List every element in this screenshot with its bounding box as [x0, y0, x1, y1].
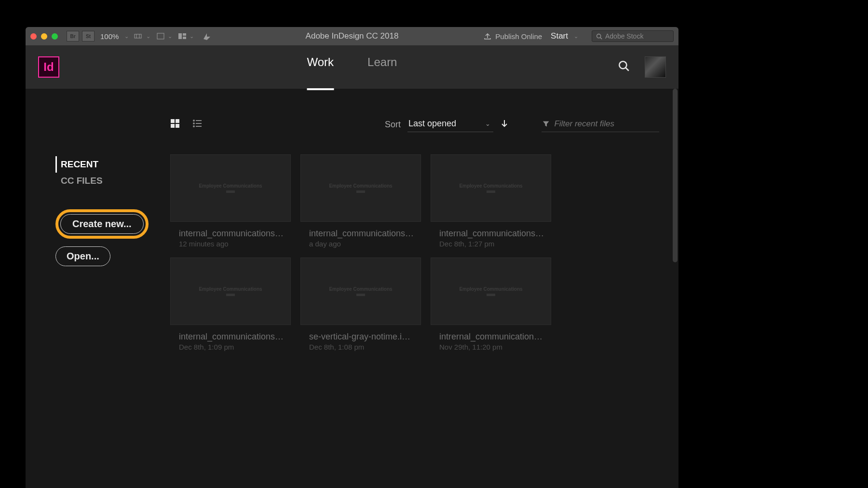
indesign-logo: Id [38, 56, 59, 78]
bridge-tile[interactable]: Br [67, 31, 79, 41]
thumb-title: Employee Communications [199, 286, 262, 292]
svg-rect-20 [196, 126, 202, 127]
tab-work[interactable]: Work [307, 55, 334, 90]
user-avatar[interactable] [645, 56, 666, 78]
filter-icon [542, 120, 549, 128]
chevron-down-icon: ⌄ [485, 120, 490, 127]
thumb-title: Employee Communications [329, 183, 392, 189]
file-name: internal_communications… [179, 229, 285, 239]
file-name: internal_communications… [179, 332, 285, 342]
publish-online-label: Publish Online [495, 32, 542, 41]
file-thumbnail: Employee Communications [431, 154, 551, 222]
create-new-button[interactable]: Create new... [60, 214, 144, 234]
workspace-drop-icon: ⌄ [574, 33, 578, 40]
file-card[interactable]: Employee Communicationsse-vertical-gray-… [300, 258, 421, 351]
file-card[interactable]: Employee Communicationsintrernal_communi… [431, 258, 551, 351]
svg-point-17 [193, 122, 195, 124]
svg-rect-6 [183, 37, 186, 39]
arrange-icon[interactable] [177, 33, 188, 40]
mac-titlebar: Br St 100% ⌄ ⌄ ⌄ ⌄ Adobe InDesign CC 201… [26, 27, 678, 45]
tab-learn[interactable]: Learn [367, 55, 397, 79]
svg-rect-11 [171, 119, 175, 123]
thumb-title: Employee Communications [329, 286, 392, 292]
content-toolbar: Sort Last opened ⌄ [170, 117, 659, 132]
file-date: Nov 29th, 11:20 pm [439, 343, 551, 351]
svg-rect-14 [176, 124, 179, 128]
file-card[interactable]: Employee Communicationsinternal_communic… [431, 154, 551, 248]
maximize-window-dot[interactable] [52, 33, 58, 40]
content-area: Sort Last opened ⌄ Employee Communicatio… [170, 89, 678, 488]
publish-online-button[interactable]: Publish Online [484, 32, 542, 41]
thumb-subline [356, 294, 365, 296]
app-window: Br St 100% ⌄ ⌄ ⌄ ⌄ Adobe InDesign CC 201… [26, 27, 678, 488]
main-area: RECENT CC FILES Create new... Open... [26, 89, 678, 488]
thumb-title: Employee Communications [199, 183, 262, 189]
thumb-subline [487, 294, 495, 296]
file-card[interactable]: Employee Communicationsinternal_communic… [170, 154, 291, 248]
svg-rect-5 [183, 33, 186, 36]
svg-line-8 [600, 37, 602, 39]
svg-point-19 [193, 125, 195, 127]
file-name: intrernal_communications… [439, 332, 545, 342]
svg-rect-18 [196, 123, 202, 124]
thumb-subline [226, 294, 235, 296]
open-button[interactable]: Open... [55, 246, 110, 266]
file-card[interactable]: Employee Communicationsinternal_communic… [300, 154, 421, 248]
frame-fit-drop-icon[interactable]: ⌄ [168, 33, 172, 40]
arrange-drop-icon[interactable]: ⌄ [190, 33, 194, 40]
adobe-stock-search[interactable]: Adobe Stock [592, 30, 674, 42]
thumb-subline [487, 190, 495, 193]
thumb-subline [226, 190, 235, 193]
file-thumbnail: Employee Communications [170, 258, 291, 325]
sort-select[interactable]: Last opened ⌄ [407, 117, 493, 132]
frame-fit-icon[interactable] [155, 33, 166, 40]
file-thumbnail: Employee Communications [300, 258, 421, 325]
adobe-stock-placeholder: Adobe Stock [605, 32, 643, 40]
file-name: se-vertical-gray-notime.indd [309, 332, 415, 342]
svg-rect-13 [171, 124, 175, 128]
filter-input[interactable] [554, 119, 658, 129]
workspace-label: Start [551, 31, 568, 41]
tutorial-highlight-ring: Create new... [55, 209, 149, 239]
recent-files-grid: Employee Communicationsinternal_communic… [170, 154, 659, 351]
svg-rect-0 [135, 34, 141, 38]
svg-point-15 [193, 120, 195, 122]
scrollbar-thumb[interactable] [673, 89, 678, 262]
filter-field[interactable] [542, 117, 659, 132]
file-date: a day ago [309, 240, 421, 248]
svg-point-7 [597, 34, 601, 38]
svg-rect-4 [178, 33, 182, 39]
close-window-dot[interactable] [30, 33, 37, 40]
svg-rect-16 [196, 120, 202, 121]
file-date: 12 minutes ago [179, 240, 291, 248]
thumb-title: Employee Communications [459, 183, 522, 189]
file-thumbnail: Employee Communications [431, 258, 551, 325]
file-name: internal_communications… [439, 229, 545, 239]
file-card[interactable]: Employee Communicationsinternal_communic… [170, 258, 291, 351]
sidebar-item-ccfiles[interactable]: CC FILES [55, 173, 170, 189]
file-name: internal_communications… [309, 229, 415, 239]
file-thumbnail: Employee Communications [300, 154, 421, 222]
search-icon[interactable] [618, 60, 630, 74]
svg-point-9 [619, 61, 626, 68]
file-date: Dec 8th, 1:08 pm [309, 343, 421, 351]
sort-direction-icon[interactable] [500, 119, 509, 130]
file-date: Dec 8th, 1:27 pm [439, 240, 551, 248]
sidebar-item-recent[interactable]: RECENT [55, 156, 170, 173]
svg-rect-3 [157, 33, 164, 39]
view-options-icon[interactable] [134, 33, 144, 40]
svg-rect-12 [176, 119, 179, 123]
workspace-switcher[interactable]: Start ⌄ [551, 31, 583, 41]
scrollbar[interactable] [673, 89, 678, 359]
grid-view-icon[interactable] [170, 119, 180, 130]
stock-tile[interactable]: St [82, 31, 95, 41]
traffic-lights [30, 33, 58, 40]
zoom-dropdown-icon[interactable]: ⌄ [124, 33, 129, 40]
list-view-icon[interactable] [192, 119, 202, 130]
minimize-window-dot[interactable] [41, 33, 47, 40]
sidebar: RECENT CC FILES Create new... Open... [26, 89, 170, 488]
gpu-perf-icon[interactable] [202, 32, 212, 40]
sort-label: Sort [385, 120, 401, 130]
zoom-level[interactable]: 100% [100, 32, 119, 41]
view-options-drop-icon[interactable]: ⌄ [146, 33, 150, 40]
